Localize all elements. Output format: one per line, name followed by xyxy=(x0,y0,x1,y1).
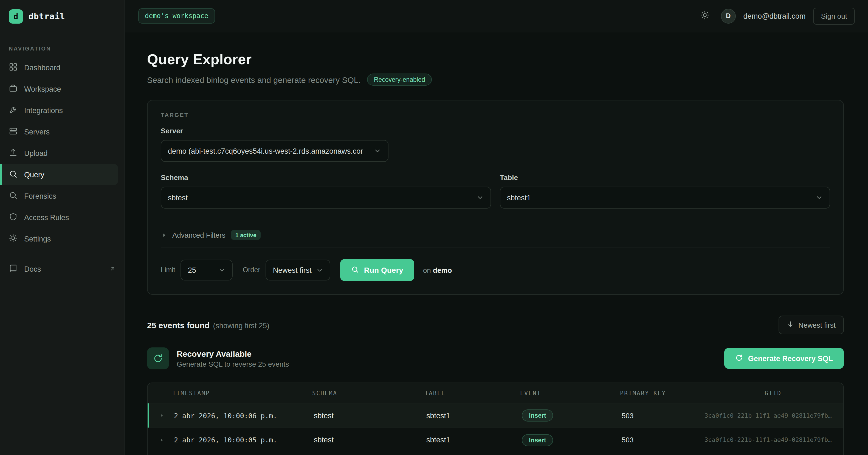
cell-schema: sbtest xyxy=(314,412,426,420)
schema-label: Schema xyxy=(161,174,491,182)
topbar: demo's workspace D demo@dbtrail.com Sign… xyxy=(125,0,868,32)
chevron-down-icon xyxy=(374,147,381,155)
active-filters-badge: 1 active xyxy=(231,230,261,240)
sidebar-item-label: Docs xyxy=(24,265,41,273)
limit-select[interactable]: 25 xyxy=(181,260,233,280)
order-select-value: Newest first xyxy=(273,266,312,274)
workspace-badge: demo's workspace xyxy=(138,8,215,24)
sort-order-button[interactable]: Newest first xyxy=(779,315,844,334)
divider xyxy=(161,247,830,248)
dashboard-icon xyxy=(9,62,18,73)
sign-out-button[interactable]: Sign out xyxy=(813,7,855,24)
theme-toggle-button[interactable] xyxy=(697,8,713,24)
recovery-info: Recovery Available Generate SQL to rever… xyxy=(147,347,289,369)
table-header: TIMESTAMP SCHEMA TABLE EVENT PRIMARY KEY… xyxy=(148,383,843,403)
sidebar-item-settings[interactable]: Settings xyxy=(0,228,125,249)
table-row[interactable]: 2 abr 2026, 10:00:06 p.m. sbtest sbtest1… xyxy=(148,403,843,428)
column-header-gtid: GTID xyxy=(703,390,843,396)
brand-name: dbtrail xyxy=(29,11,65,21)
results-count-bold: 25 events found xyxy=(147,320,210,330)
schema-field: Schema sbtest xyxy=(161,174,491,209)
schema-select-value: sbtest xyxy=(168,193,188,202)
schema-select[interactable]: sbtest xyxy=(161,187,491,209)
chevron-down-icon xyxy=(219,267,226,274)
sidebar-item-upload[interactable]: Upload xyxy=(0,143,125,163)
sidebar-item-access-rules[interactable]: Access Rules xyxy=(0,207,125,228)
run-query-button[interactable]: Run Query xyxy=(340,259,414,281)
sidebar-nav: Dashboard Workspace Integrations Servers… xyxy=(0,57,125,279)
sidebar-item-label: Query xyxy=(24,171,44,179)
column-header-schema: SCHEMA xyxy=(312,390,425,396)
table-select-value: sbtest1 xyxy=(507,193,531,202)
limit-select-value: 25 xyxy=(188,266,196,274)
page-subtitle-row: Search indexed binlog events and generat… xyxy=(147,73,844,86)
search-icon xyxy=(9,169,18,180)
column-header-table: TABLE xyxy=(425,390,520,396)
server-select[interactable]: demo (abi-test.c7cq6oyes54i.us-west-2.rd… xyxy=(161,140,389,162)
sidebar-item-label: Dashboard xyxy=(24,63,60,72)
cell-primary-key: 503 xyxy=(622,412,705,420)
table-label: Table xyxy=(500,174,830,182)
sidebar-item-dashboard[interactable]: Dashboard xyxy=(0,57,125,78)
server-field: Server demo (abi-test.c7cq6oyes54i.us-we… xyxy=(161,127,830,162)
advanced-filters-label: Advanced Filters xyxy=(172,231,225,239)
briefcase-icon xyxy=(9,84,18,94)
app: d dbtrail NAVIGATION Dashboard Workspace… xyxy=(0,0,868,455)
table-select[interactable]: sbtest1 xyxy=(500,187,830,209)
sidebar: d dbtrail NAVIGATION Dashboard Workspace… xyxy=(0,0,125,455)
brand-header: d dbtrail xyxy=(0,0,125,32)
cell-event: Insert xyxy=(522,410,622,422)
sidebar-item-query[interactable]: Query xyxy=(0,164,118,185)
sidebar-item-workspace[interactable]: Workspace xyxy=(0,79,125,99)
sidebar-item-docs[interactable]: Docs xyxy=(0,259,125,279)
run-target-server: demo xyxy=(433,266,452,274)
column-header-event: EVENT xyxy=(520,390,620,396)
cell-primary-key: 503 xyxy=(622,436,705,444)
query-controls: Limit 25 Order Newest first Run Query o xyxy=(161,259,830,281)
order-select[interactable]: Newest first xyxy=(266,260,331,280)
book-icon xyxy=(9,264,18,274)
limit-label: Limit xyxy=(161,266,175,274)
event-badge: Insert xyxy=(522,410,553,422)
sun-icon xyxy=(701,10,710,22)
table-row[interactable]: 2 abr 2026, 10:00:05 p.m. sbtest sbtest1… xyxy=(148,428,843,452)
user-email: demo@dbtrail.com xyxy=(743,12,806,20)
run-target-text: on demo xyxy=(423,266,452,274)
generate-recovery-sql-button[interactable]: Generate Recovery SQL xyxy=(724,348,844,369)
column-header-timestamp: TIMESTAMP xyxy=(172,390,312,396)
sidebar-item-label: Access Rules xyxy=(24,213,69,221)
sort-order-label: Newest first xyxy=(798,321,836,329)
wrench-icon xyxy=(9,105,18,116)
external-link-icon xyxy=(109,266,116,272)
recovery-subtitle: Generate SQL to reverse 25 events xyxy=(177,360,289,368)
main-area: demo's workspace D demo@dbtrail.com Sign… xyxy=(125,0,868,455)
table-row[interactable]: 2 abr 2026, 10:00:05 p.m. sbtest sbtest1… xyxy=(148,452,843,455)
caret-right-icon xyxy=(149,413,174,418)
sidebar-item-label: Servers xyxy=(24,128,50,136)
chevron-down-icon xyxy=(316,267,323,274)
results-count-note: (showing first 25) xyxy=(213,321,270,330)
search-icon xyxy=(351,265,359,275)
advanced-filters-toggle[interactable]: Advanced Filters 1 active xyxy=(161,222,830,247)
cell-event: Insert xyxy=(522,434,622,446)
sidebar-item-label: Upload xyxy=(24,149,48,157)
recovery-title: Recovery Available xyxy=(177,349,289,358)
caret-right-icon xyxy=(149,438,174,442)
cell-gtid: 3ca0f1c0-221b-11f1-ae49-02811e79fbb… xyxy=(705,436,843,444)
results-count: 25 events found(showing first 25) xyxy=(147,320,270,330)
arrow-down-icon xyxy=(787,321,794,329)
sidebar-item-servers[interactable]: Servers xyxy=(0,121,125,142)
nav-section-label: NAVIGATION xyxy=(9,46,116,52)
sidebar-item-label: Forensics xyxy=(24,192,56,200)
sidebar-item-forensics[interactable]: Forensics xyxy=(0,185,125,206)
sidebar-item-label: Settings xyxy=(24,235,51,243)
recovery-banner: Recovery Available Generate SQL to rever… xyxy=(147,347,844,369)
schema-table-row: Schema sbtest Table sbtest1 xyxy=(161,174,830,209)
run-target-prefix: on xyxy=(423,266,431,274)
cell-timestamp: 2 abr 2026, 10:00:05 p.m. xyxy=(174,436,314,444)
target-panel: TARGET Server demo (abi-test.c7cq6oyes54… xyxy=(147,100,844,295)
sidebar-item-integrations[interactable]: Integrations xyxy=(0,100,125,121)
brand-logo: d xyxy=(9,9,23,23)
magnifier-dot-icon xyxy=(9,191,18,201)
page-content: Query Explorer Search indexed binlog eve… xyxy=(125,32,868,455)
